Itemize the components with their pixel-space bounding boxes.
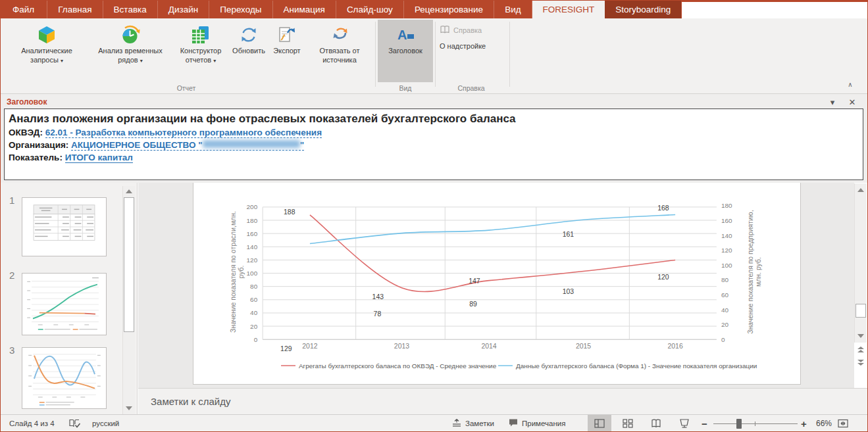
thumbnail-scrollbar-thumb[interactable] [124, 197, 134, 332]
left-axis-tick: 80 [250, 283, 258, 290]
about-addin-button[interactable]: О надстройке [440, 39, 486, 53]
okved-link[interactable]: 62.01 - Разработка компьютерного програм… [45, 128, 322, 138]
refresh-button[interactable]: Обновить [230, 20, 267, 82]
tab-review[interactable]: Рецензирование [404, 0, 494, 18]
help-book-icon [440, 24, 450, 36]
tab-design[interactable]: Дизайн [158, 0, 209, 18]
tab-view[interactable]: Вид [494, 0, 532, 18]
redacted-organization-name [203, 140, 300, 148]
slide-thumbnail-2[interactable] [22, 273, 107, 335]
slide-canvas[interactable]: 0204060801001201401601802000204060801001… [193, 183, 801, 385]
slide-number: 3 [9, 345, 14, 356]
data-label: 78 [374, 310, 382, 318]
left-axis-tick: 0 [254, 336, 258, 343]
notes-toggle[interactable]: Заметки [451, 415, 494, 432]
editor-scrollbar-thumb[interactable] [855, 304, 866, 318]
tab-storyboarding[interactable]: Storyboarding [605, 0, 681, 18]
right-axis-tick: 140 [721, 232, 732, 239]
right-axis-tick: 160 [721, 217, 732, 224]
legend-label: Данные бухгалтерского баланса (Форма 1) … [516, 362, 757, 370]
scroll-down-icon[interactable] [123, 403, 135, 413]
about-addin-label: О надстройке [440, 42, 486, 50]
data-label: 143 [372, 293, 384, 300]
report-heading: Анализ положения организации на фоне отр… [9, 112, 859, 126]
spellcheck-icon[interactable] [68, 415, 80, 432]
slide-thumbnail-3[interactable] [22, 347, 107, 409]
scroll-down-icon[interactable] [855, 331, 867, 341]
organization-label: Организация: [9, 140, 68, 150]
cube-icon [36, 24, 57, 45]
dropdown-caret-icon: ▾ [213, 58, 216, 64]
zoom-slider-thumb[interactable] [736, 419, 742, 429]
organization-link[interactable]: АКЦИОНЕРНОЕ ОБЩЕСТВО "" [71, 140, 304, 151]
comments-toggle[interactable]: Примечания [508, 415, 565, 432]
title-toggle-label: Заголовок [378, 46, 433, 55]
legend-label: Агрегаты бухгалтерского баланса по ОКВЭД… [299, 362, 497, 370]
x-axis-tick: 2015 [576, 343, 591, 350]
previous-slide-icon[interactable] [854, 345, 867, 354]
data-label: 120 [657, 274, 669, 281]
group-separator [435, 22, 436, 87]
slide-chart[interactable]: 0204060801001201401601802000204060801001… [193, 183, 800, 384]
slide-thumbnail-1[interactable] [22, 197, 107, 256]
group-separator [509, 22, 510, 87]
analytic-queries-button[interactable]: Аналитические запросы▾ [5, 20, 88, 82]
tab-home[interactable]: Главная [47, 0, 103, 18]
notes-area[interactable]: Заметки к слайду [138, 388, 868, 414]
data-label: 168 [657, 204, 669, 212]
zoom-level[interactable]: 66% [816, 415, 832, 432]
editor-scrollbar[interactable] [854, 183, 867, 343]
zoom-out-button[interactable]: − [702, 415, 707, 432]
scroll-up-icon[interactable] [123, 186, 135, 196]
ribbon-tab-bar: Файл Главная Вставка Дизайн Переходы Ани… [0, 0, 868, 18]
tab-insert[interactable]: Вставка [103, 0, 158, 18]
fit-to-window-button[interactable] [837, 415, 849, 432]
help-button[interactable]: Справка [440, 24, 482, 37]
collapse-ribbon-icon[interactable]: ∧ [843, 79, 857, 91]
tab-transitions[interactable]: Переходы [209, 0, 272, 18]
slide-sorter-view-button[interactable] [616, 415, 640, 432]
data-label: 147 [469, 277, 480, 285]
export-button[interactable]: Экспорт [268, 20, 305, 82]
scroll-up-icon[interactable] [855, 185, 867, 195]
report-table-icon [190, 24, 211, 45]
zoom-slider-track[interactable] [713, 423, 798, 424]
reading-view-button[interactable] [644, 415, 668, 432]
clock-icon [120, 24, 141, 45]
title-text-box[interactable]: Анализ положения организации на фоне отр… [4, 108, 863, 180]
tab-animations[interactable]: Анимация [273, 0, 336, 18]
notes-placeholder: Заметки к слайду [151, 396, 231, 407]
right-axis-tick: 180 [721, 202, 732, 209]
time-series-button[interactable]: Анализ временных рядов▾ [89, 20, 171, 82]
tab-file[interactable]: Файл [0, 0, 47, 18]
slide-thumbnail-panel: 1 2 [0, 183, 138, 414]
normal-view-button[interactable] [588, 415, 611, 432]
unlink-source-button[interactable]: Отвязать от источника [307, 20, 372, 82]
svg-text:A: A [397, 28, 407, 42]
export-label: Экспорт [268, 46, 305, 55]
tab-slideshow[interactable]: Слайд-шоу [336, 0, 404, 18]
indicator-link[interactable]: ИТОГО капитал [65, 153, 133, 163]
slide-number: 2 [9, 270, 14, 281]
slide-indicator[interactable]: Слайд 4 из 4 [9, 415, 55, 432]
thumbnail-scrollbar[interactable] [122, 186, 135, 414]
zoom-in-button[interactable]: + [801, 415, 807, 432]
redacted-area [682, 2, 867, 18]
status-bar: Слайд 4 из 4 русский Заметки Примечания [0, 414, 868, 432]
right-axis-tick: 120 [721, 247, 732, 254]
report-builder-button[interactable]: Конструктор отчетов▾ [172, 20, 229, 82]
next-slide-icon[interactable] [854, 358, 867, 367]
panel-collapse-icon[interactable]: ▾ [826, 97, 839, 108]
panel-close-icon[interactable]: ✕ [846, 97, 859, 108]
tab-foresight[interactable]: FORESIGHT [532, 0, 605, 18]
slide-editor-area[interactable]: 0204060801001201401601802000204060801001… [138, 183, 854, 388]
slide-number: 1 [9, 195, 14, 206]
language-indicator[interactable]: русский [92, 415, 119, 432]
title-toggle-button[interactable]: A Заголовок [378, 20, 433, 82]
dropdown-caret-icon: ▾ [140, 58, 143, 64]
x-axis-tick: 2016 [667, 343, 682, 350]
refresh-label: Обновить [230, 46, 267, 55]
slideshow-view-button[interactable] [673, 415, 696, 432]
refresh-icon [238, 24, 259, 45]
zoom-slider-midpoint [755, 421, 755, 426]
